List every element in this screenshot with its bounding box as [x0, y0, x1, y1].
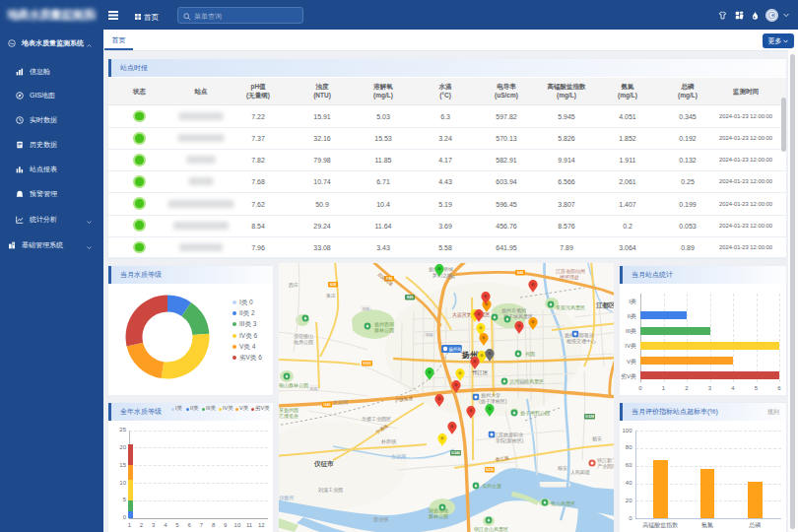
svg-text:朴席镇: 朴席镇 [380, 438, 396, 444]
svg-text:镇江金山风景区: 镇江金山风景区 [474, 526, 508, 532]
svg-text:营业镇: 营业镇 [373, 516, 388, 523]
svg-text:仪扬河: 仪扬河 [279, 495, 294, 501]
svg-text:S125: S125 [310, 387, 317, 391]
svg-text:邗江区: 邗江区 [472, 369, 489, 376]
svg-text:X204: X204 [426, 333, 432, 337]
svg-text:S353: S353 [363, 362, 370, 366]
svg-text:何园: 何园 [525, 351, 535, 358]
svg-text:S89: S89 [407, 296, 413, 299]
svg-text:江都区: 江都区 [596, 301, 614, 309]
svg-text:刘浦工业园: 刘浦工业园 [318, 487, 343, 494]
svg-text:G346: G346 [451, 451, 460, 455]
svg-text:古运河: 古运河 [333, 399, 348, 406]
svg-text:朱庄: 朱庄 [326, 293, 336, 299]
svg-text:枢纽交通中心: 枢纽交通中心 [566, 338, 596, 344]
svg-text:华摄工业园区: 华摄工业园区 [362, 416, 391, 423]
svg-text:产业园区: 产业园区 [597, 463, 614, 470]
svg-text:仪征市: 仪征市 [313, 460, 334, 468]
svg-text:西庄: 西庄 [289, 282, 299, 289]
svg-text:瓜州古渡: 瓜州古渡 [482, 483, 501, 490]
svg-text:学院(新校区): 学院(新校区) [496, 437, 524, 444]
svg-text:(扬子津校区): (扬子津校区) [479, 398, 507, 405]
svg-text:G328: G328 [585, 415, 594, 419]
svg-text:茱萸湾风景区: 茱萸湾风景区 [556, 304, 585, 311]
svg-text:G40: G40 [324, 403, 331, 407]
svg-text:S49: S49 [517, 271, 523, 275]
svg-text:艺博览会: 艺博览会 [279, 413, 299, 420]
svg-text:S236: S236 [486, 468, 494, 472]
svg-text:森林公园: 森林公园 [429, 513, 448, 520]
svg-text:银山森林公园: 银山森林公园 [279, 382, 308, 389]
svg-text:杨安: 杨安 [591, 435, 602, 442]
svg-text:焦山风景区: 焦山风景区 [551, 500, 575, 506]
svg-text:扬子闸野公园: 扬子闸野公园 [520, 410, 550, 417]
svg-text:X306: X306 [363, 307, 369, 311]
svg-text:S28: S28 [330, 283, 336, 287]
svg-text:古运河: 古运河 [391, 453, 406, 460]
svg-text:顺安: 顺安 [558, 465, 567, 471]
svg-text:闸管理处: 闸管理处 [560, 274, 579, 281]
svg-text:森林公园: 森林公园 [374, 327, 394, 334]
svg-text:地质公园: 地质公园 [293, 339, 313, 346]
svg-text:人民囱堤: 人民囱堤 [570, 469, 590, 476]
svg-text:运河三湾风景区: 运河三湾风景区 [509, 378, 544, 385]
